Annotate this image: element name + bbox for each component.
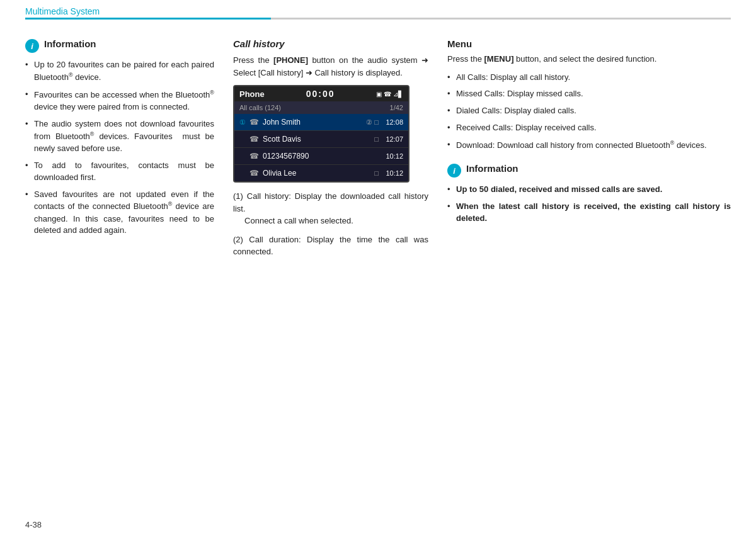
list-item: All Calls: Display all call history. [447, 72, 731, 84]
info-box-right: i Information [447, 163, 731, 178]
info-icon-right: i [447, 164, 461, 178]
phone-subheader-left: All calls (124) [239, 104, 281, 111]
phone-row-action: □ [374, 169, 379, 177]
phone-button-label: [PHONE] [273, 55, 308, 65]
call-history-intro: Press the [PHONE] button on the audio sy… [233, 54, 428, 79]
phone-row-name: John Smith [263, 118, 366, 127]
page-number: 4-38 [25, 520, 42, 529]
list-item: Received Calls: Display received calls. [447, 122, 731, 134]
list-item: Dialed Calls: Display dialed calls. [447, 105, 731, 117]
phone-header-left: Phone [239, 89, 265, 99]
list-item: Favourites can be accessed when the Blue… [25, 89, 214, 113]
phone-screen: Phone 00:00 ▣ ☎ ⊿▋ All calls (124) 1/42 … [233, 85, 410, 183]
info-box-left: i Information [25, 38, 214, 53]
list-item: Saved favourites are not updated even if… [25, 189, 214, 237]
caption-1: (1) Call history: Display the downloaded… [233, 190, 428, 227]
phone-row-name: 01234567890 [263, 152, 379, 161]
phone-row-time: 10:12 [381, 152, 403, 160]
phone-subheader: All calls (124) 1/42 [234, 101, 408, 114]
list-item: When the latest call history is received… [447, 201, 731, 225]
phone-row[interactable]: ☎ 01234567890 10:12 [234, 148, 408, 165]
page-header: Multimedia System [0, 0, 756, 16]
phone-row-name: Olivia Lee [263, 169, 374, 178]
phone-row-call-icon: ☎ [249, 169, 259, 178]
list-item: The audio system does not download favou… [25, 118, 214, 155]
right-column: Menu Press the [MENU] button, and select… [447, 38, 731, 264]
phone-row-call-icon: ☎ [249, 135, 259, 144]
phone-row[interactable]: ① ☎ John Smith ② □ 12:08 [234, 114, 408, 131]
phone-row-time: 10:12 [381, 169, 403, 177]
call-history-title: Call history [233, 38, 428, 49]
info-title-left: Information [44, 38, 96, 49]
phone-row-call-icon: ☎ [249, 118, 259, 127]
header-line-blue [25, 18, 271, 20]
header-divider [25, 18, 731, 20]
phone-row[interactable]: ☎ Olivia Lee □ 10:12 [234, 165, 408, 181]
header-title: Multimedia System [25, 6, 100, 16]
menu-button-label: [MENU] [484, 54, 514, 64]
middle-column: Call history Press the [PHONE] button on… [233, 38, 428, 264]
info-title-right: Information [466, 163, 518, 174]
phone-header-icons: ▣ ☎ ⊿▋ [376, 91, 403, 98]
phone-row-call-icon: ☎ [249, 152, 259, 161]
list-item: Missed Calls: Display missed calls. [447, 88, 731, 100]
left-bullet-list: Up to 20 favourites can be paired for ea… [25, 59, 214, 237]
list-item: Download: Download call history from con… [447, 139, 731, 152]
phone-subheader-right: 1/42 [390, 104, 403, 111]
list-item: To add to favourites, contacts must be d… [25, 160, 214, 184]
info-icon-left: i [25, 39, 39, 53]
header-line-gray [271, 18, 731, 20]
phone-row-num: ① [239, 118, 249, 127]
phone-header-center: 00:00 [306, 89, 335, 99]
menu-bullet-list: All Calls: Display all call history. Mis… [447, 72, 731, 152]
phone-row-action: ② □ [366, 118, 379, 127]
phone-row-action: □ [374, 135, 379, 143]
phone-row-name: Scott Davis [263, 135, 374, 144]
menu-intro: Press the [MENU] button, and select the … [447, 53, 731, 65]
menu-title: Menu [447, 38, 731, 49]
caption-2: (2) Call duration: Display the time the … [233, 234, 428, 258]
phone-row-time: 12:07 [381, 135, 403, 143]
left-column: i Information Up to 20 favourites can be… [25, 38, 214, 264]
main-content: i Information Up to 20 favourites can be… [0, 26, 756, 277]
list-item: Up to 50 dialed, received and missed cal… [447, 184, 731, 196]
phone-header: Phone 00:00 ▣ ☎ ⊿▋ [234, 86, 408, 101]
phone-row-time: 12:08 [381, 118, 403, 126]
right-info-bullet-list: Up to 50 dialed, received and missed cal… [447, 184, 731, 225]
list-item: Up to 20 favourites can be paired for ea… [25, 59, 214, 84]
phone-row[interactable]: ☎ Scott Davis □ 12:07 [234, 131, 408, 148]
